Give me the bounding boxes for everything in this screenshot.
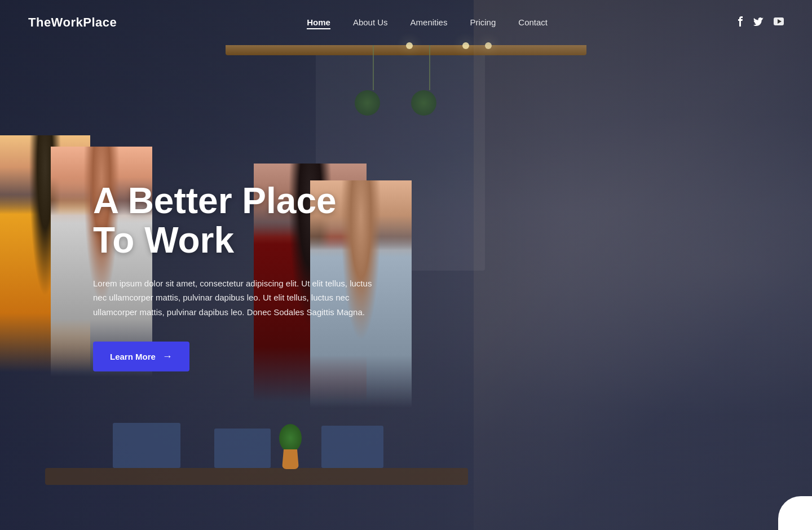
main-person-highlight (474, 0, 812, 530)
nav-link-amenities[interactable]: Amenities (411, 17, 448, 27)
hero-title-line2: To Work (93, 220, 234, 260)
brand-logo[interactable]: TheWorkPlace (28, 15, 117, 30)
navbar: TheWorkPlace Home About Us Amenities Pri… (0, 0, 812, 45)
twitter-icon[interactable] (753, 17, 764, 28)
facebook-icon[interactable] (738, 16, 743, 29)
nav-menu: Home About Us Amenities Pricing Contact (307, 17, 548, 28)
hero-title-line1: A Better Place (93, 180, 337, 221)
nav-link-home[interactable]: Home (307, 17, 330, 29)
learn-more-label: Learn More (110, 352, 156, 361)
hanging-plant-2 (423, 45, 436, 116)
hero-title: A Better Place To Work (93, 181, 386, 260)
nav-link-about[interactable]: About Us (353, 17, 388, 27)
nav-item-pricing[interactable]: Pricing (470, 17, 496, 28)
nav-item-amenities[interactable]: Amenities (411, 17, 448, 28)
hero-content: A Better Place To Work Lorem ipsum dolor… (93, 181, 386, 372)
nav-item-contact[interactable]: Contact (518, 17, 548, 28)
hero-description: Lorem ipsum dolor sit amet, consectetur … (93, 276, 386, 320)
nav-item-about[interactable]: About Us (353, 17, 388, 28)
youtube-icon[interactable] (774, 17, 784, 28)
nav-item-home[interactable]: Home (307, 17, 330, 28)
hanging-plant-1 (367, 45, 380, 116)
arrow-icon: → (162, 351, 173, 363)
hero-section: TheWorkPlace Home About Us Amenities Pri… (0, 0, 812, 530)
social-links (738, 16, 784, 29)
learn-more-button[interactable]: Learn More → (93, 342, 189, 372)
nav-link-contact[interactable]: Contact (518, 17, 548, 27)
nav-link-pricing[interactable]: Pricing (470, 17, 496, 27)
